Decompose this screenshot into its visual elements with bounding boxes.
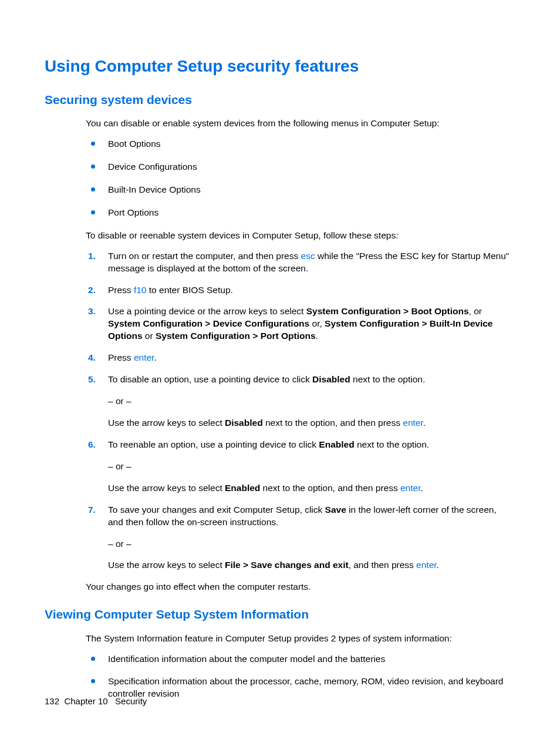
- step-text: To save your changes and exit Computer S…: [108, 505, 325, 515]
- step-text: next to the option, and then press: [263, 418, 403, 428]
- intro-text: You can disable or enable system devices…: [86, 117, 513, 130]
- step-3: 3. Use a pointing device or the arrow ke…: [86, 305, 513, 342]
- step-text: , or: [469, 306, 482, 316]
- section-heading-securing: Securing system devices: [45, 92, 513, 108]
- step-text: .: [154, 352, 156, 362]
- step-text: , and then press: [349, 560, 416, 570]
- step-alt-text: Use the arrow keys to select File > Save…: [108, 559, 513, 572]
- bullet-item: Identification information about the com…: [86, 653, 513, 666]
- key-enter: enter: [134, 352, 154, 362]
- lead-text: To disable or reenable system devices in…: [86, 230, 513, 242]
- bold-path: System Configuration > Device Configurat…: [108, 318, 309, 328]
- bold-path: System Configuration > Port Options: [156, 331, 316, 341]
- step-text: Use the arrow keys to select: [108, 483, 225, 493]
- step-text: .: [420, 483, 423, 493]
- step-text: next to the option, and then press: [260, 483, 400, 493]
- key-enter: enter: [403, 418, 423, 428]
- bold-label: Disabled: [225, 418, 263, 428]
- step-number: 3.: [88, 305, 96, 318]
- step-text: Use the arrow keys to select: [108, 560, 225, 570]
- or-separator: – or –: [108, 461, 513, 473]
- bold-path: System Configuration > Boot Options: [306, 306, 469, 316]
- step-number: 6.: [88, 439, 96, 451]
- or-separator: – or –: [108, 395, 513, 408]
- step-text: or,: [309, 318, 325, 328]
- step-2: 2. Press f10 to enter BIOS Setup.: [86, 284, 513, 297]
- step-4: 4. Press enter.: [86, 352, 513, 364]
- step-text: Turn on or restart the computer, and the…: [108, 251, 301, 261]
- bold-path: File > Save changes and exit: [225, 560, 349, 570]
- step-text: To disable an option, use a pointing dev…: [108, 374, 312, 384]
- bullet-item: Device Configurations: [86, 161, 513, 173]
- step-text: next to the option.: [355, 439, 430, 449]
- bullet-item: Port Options: [86, 207, 513, 219]
- menu-bullet-list: Boot Options Device Configurations Built…: [86, 138, 513, 219]
- step-7: 7. To save your changes and exit Compute…: [86, 504, 513, 572]
- bullet-item: Specification information about the proc…: [86, 676, 513, 700]
- step-6: 6. To reenable an option, use a pointing…: [86, 439, 513, 495]
- closing-text: Your changes go into effect when the com…: [86, 581, 513, 593]
- bold-label: Enabled: [319, 439, 354, 449]
- key-f10: f10: [134, 285, 147, 295]
- step-alt-text: Use the arrow keys to select Disabled ne…: [108, 417, 513, 429]
- step-text: Use the arrow keys to select: [108, 418, 225, 428]
- step-number: 2.: [88, 284, 96, 297]
- bullet-item: Built-In Device Options: [86, 184, 513, 196]
- page: Using Computer Setup security features S…: [0, 0, 560, 746]
- step-number: 4.: [88, 352, 96, 364]
- intro-text-2: The System Information feature in Comput…: [86, 633, 513, 645]
- step-text: Press: [108, 285, 134, 295]
- info-bullet-list: Identification information about the com…: [86, 653, 513, 701]
- page-footer: 132 Chapter 10 Security: [45, 695, 147, 707]
- page-number: 132: [45, 696, 59, 706]
- or-separator: – or –: [108, 538, 513, 550]
- step-alt-text: Use the arrow keys to select Enabled nex…: [108, 482, 513, 495]
- steps-list: 1. Turn on or restart the computer, and …: [86, 250, 513, 572]
- bold-label: Disabled: [312, 374, 350, 384]
- step-number: 1.: [88, 250, 96, 263]
- key-enter: enter: [416, 560, 436, 570]
- step-5: 5. To disable an option, use a pointing …: [86, 374, 513, 429]
- section-heading-viewing: Viewing Computer Setup System Informatio…: [45, 606, 513, 623]
- chapter-title: Security: [115, 696, 147, 706]
- step-text: to enter BIOS Setup.: [147, 285, 233, 295]
- step-text: .: [423, 418, 426, 428]
- step-text: next to the option.: [350, 374, 426, 384]
- page-title: Using Computer Setup security features: [45, 55, 513, 78]
- chapter-label: Chapter 10: [64, 696, 107, 706]
- step-number: 5.: [88, 374, 96, 386]
- step-number: 7.: [88, 504, 96, 516]
- bullet-item: Boot Options: [86, 138, 513, 150]
- step-text: or: [143, 331, 156, 341]
- step-1: 1. Turn on or restart the computer, and …: [86, 250, 513, 275]
- step-text: .: [437, 560, 439, 570]
- step-text: .: [316, 331, 318, 341]
- step-text: Use a pointing device or the arrow keys …: [108, 306, 306, 316]
- step-text: To reenable an option, use a pointing de…: [108, 439, 319, 449]
- key-enter: enter: [400, 483, 420, 493]
- bold-label: Enabled: [225, 483, 260, 493]
- bold-label: Save: [325, 505, 346, 515]
- key-esc: esc: [301, 251, 315, 261]
- step-text: Press: [108, 352, 134, 362]
